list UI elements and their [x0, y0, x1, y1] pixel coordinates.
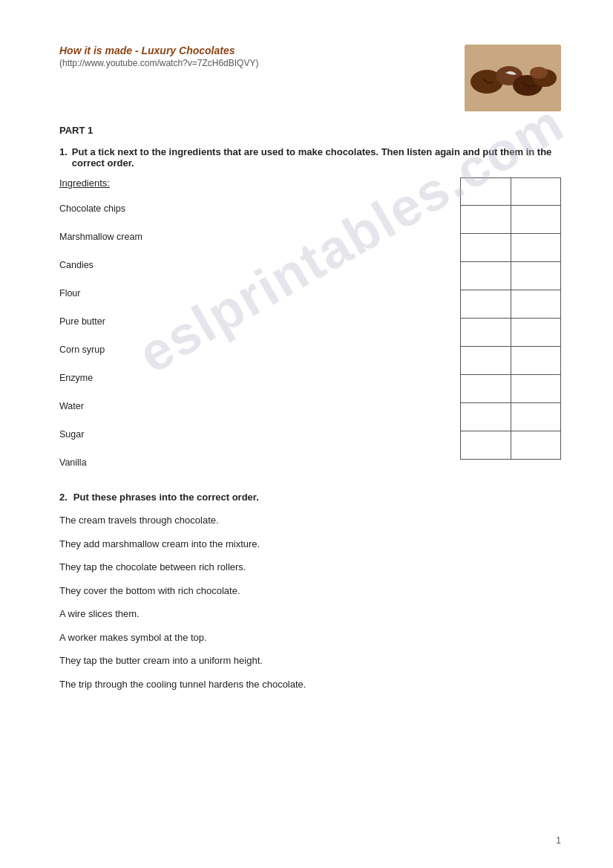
checkbox-cell-order[interactable] [511, 290, 561, 319]
checkbox-cell-order[interactable] [511, 431, 561, 460]
phrase-item: The cream travels through chocolate. [59, 513, 561, 528]
ingredient-row: Flour [59, 279, 460, 307]
phrase-item: The trip through the cooling tunnel hard… [59, 677, 561, 692]
checkbox-cell-tick[interactable] [460, 403, 511, 431]
phrase-item: They tap the chocolate between rich roll… [59, 560, 561, 575]
checkbox-cell-order[interactable] [511, 375, 561, 403]
checkbox-row [460, 319, 561, 347]
ingredient-row: Corn syrup [59, 336, 460, 364]
checkbox-cell-order[interactable] [511, 319, 561, 347]
ingredient-row: Pure butter [59, 307, 460, 336]
checkbox-cell-order[interactable] [511, 403, 561, 431]
checkbox-row [460, 375, 561, 403]
question-2: 2. Put these phrases into the correct or… [59, 492, 561, 691]
phrases-list: The cream travels through chocolate.They… [59, 513, 561, 691]
checkbox-cell-order[interactable] [511, 177, 561, 206]
phrase-item: They cover the bottom with rich chocolat… [59, 584, 561, 598]
ingredient-row: Candies [59, 251, 460, 279]
phrase-item: A worker makes symbol at the top. [59, 630, 561, 645]
question-1-header: 1. Put a tick next to the ingredients th… [59, 146, 561, 169]
phrase-item: They add marshmallow cream into the mixt… [59, 537, 561, 552]
phrase-item: A wire slices them. [59, 607, 561, 621]
ingredient-row: Water [59, 392, 460, 420]
part-label: PART 1 [59, 125, 561, 136]
checkbox-row [460, 403, 561, 431]
checkbox-cell-tick[interactable] [460, 206, 511, 234]
question-1: 1. Put a tick next to the ingredients th… [59, 146, 561, 477]
page-number: 1 [556, 835, 561, 846]
title-block: How it is made - Luxury Chocolates (http… [59, 45, 465, 68]
ingredient-row: Marshmallow cream [59, 223, 460, 251]
checkbox-row [460, 262, 561, 290]
checkbox-row [460, 290, 561, 319]
question-2-number: 2. [59, 492, 68, 503]
checkbox-cell-tick[interactable] [460, 234, 511, 262]
question-2-header: 2. Put these phrases into the correct or… [59, 492, 561, 503]
checkbox-row [460, 234, 561, 262]
checkbox-table [460, 177, 561, 477]
phrase-item: They tap the butter cream into a uniform… [59, 653, 561, 668]
ingredients-section: Ingredients: Chocolate chipsMarshmallow … [59, 177, 561, 477]
ingredients-list: Ingredients: Chocolate chipsMarshmallow … [59, 177, 460, 477]
ingredients-label: Ingredients: [59, 177, 460, 189]
ingredient-row: Enzyme [59, 364, 460, 392]
ingredient-row: Chocolate chips [59, 195, 460, 223]
ingredient-row: Sugar [59, 420, 460, 448]
checkbox-cell-order[interactable] [511, 347, 561, 375]
checkbox-row [460, 206, 561, 234]
checkbox-cell-tick[interactable] [460, 375, 511, 403]
checkbox-row [460, 177, 561, 206]
checkbox-cell-tick[interactable] [460, 347, 511, 375]
url-text: (http://www.youtube.com/watch?v=7ZcH6dBI… [59, 58, 465, 68]
checkbox-row [460, 431, 561, 460]
ingredient-row: Vanilla [59, 448, 460, 477]
checkbox-row [460, 347, 561, 375]
checkbox-cell-order[interactable] [511, 262, 561, 290]
checkbox-cell-tick[interactable] [460, 177, 511, 206]
main-title: How it is made - Luxury Chocolates [59, 45, 465, 56]
checkbox-cell-tick[interactable] [460, 431, 511, 460]
checkbox-cell-tick[interactable] [460, 262, 511, 290]
checkbox-cell-order[interactable] [511, 206, 561, 234]
question-1-number: 1. [59, 146, 68, 169]
checkbox-cell-order[interactable] [511, 234, 561, 262]
checkbox-cell-tick[interactable] [460, 319, 511, 347]
chocolate-image [465, 45, 561, 111]
checkbox-cell-tick[interactable] [460, 290, 511, 319]
svg-point-5 [530, 67, 548, 79]
question-1-text: Put a tick next to the ingredients that … [72, 146, 561, 169]
header-area: How it is made - Luxury Chocolates (http… [59, 45, 561, 111]
question-2-text: Put these phrases into the correct order… [73, 492, 259, 503]
